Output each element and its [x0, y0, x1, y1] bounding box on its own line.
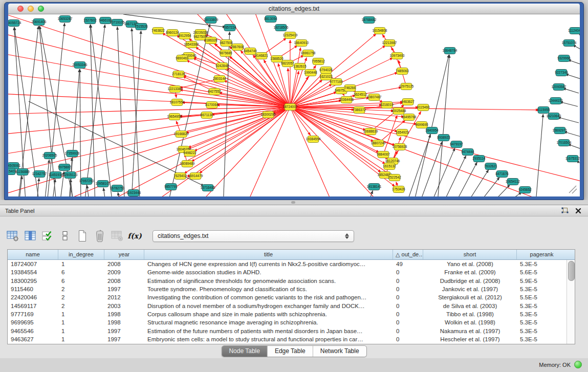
network-node[interactable]: 18107554 — [170, 99, 185, 106]
network-node[interactable]: 1990448 — [304, 70, 317, 76]
network-node[interactable]: 9890461 — [176, 55, 189, 62]
tab-node-table[interactable]: Node Table — [222, 346, 267, 357]
edge[interactable] — [290, 71, 299, 107]
network-node[interactable]: 2522542 — [388, 174, 401, 181]
network-node[interactable]: 16154808 — [373, 28, 387, 34]
edge[interactable] — [199, 107, 290, 173]
network-node[interactable]: 19384554 — [306, 136, 321, 143]
network-node[interactable]: 9146821 — [255, 53, 268, 59]
network-node[interactable]: 6822057 — [281, 60, 294, 67]
table-row[interactable]: 1456911722003Disruption of a novel membe… — [8, 301, 575, 310]
edge[interactable] — [141, 107, 290, 196]
network-node[interactable]: 14138141 — [367, 184, 382, 190]
network-node[interactable]: 9329966 — [557, 55, 571, 62]
edge[interactable] — [565, 74, 580, 79]
edge[interactable] — [535, 114, 543, 196]
column-header-title[interactable]: title — [144, 250, 393, 259]
network-node[interactable]: 16033809 — [204, 17, 219, 24]
edge[interactable] — [8, 32, 290, 107]
network-node[interactable]: 8170064 — [205, 102, 219, 108]
network-node[interactable]: 6216019 — [380, 102, 394, 108]
column-visibility-icon[interactable] — [23, 229, 38, 243]
network-canvas[interactable]: 1405572420691406106532871527602946616010… — [8, 14, 580, 196]
edge[interactable] — [103, 188, 106, 196]
network-node[interactable]: 20206505 — [42, 152, 57, 159]
network-node[interactable]: 12325419 — [283, 32, 298, 39]
network-node[interactable]: 10973493 — [390, 53, 405, 59]
edge[interactable] — [290, 107, 580, 183]
network-node[interactable]: 8186328 — [204, 37, 217, 44]
network-node[interactable]: 746266 — [344, 85, 356, 92]
network-node[interactable]: 8960124 — [166, 30, 179, 36]
network-node[interactable]: 9975887 — [58, 164, 71, 171]
edge[interactable] — [186, 60, 290, 107]
edge[interactable] — [71, 179, 74, 196]
network-node[interactable]: 17016504 — [557, 140, 572, 146]
edge[interactable] — [80, 69, 81, 196]
network-node[interactable]: 1654923 — [396, 129, 409, 136]
network-node[interactable]: 16495768 — [402, 114, 417, 121]
edge[interactable] — [429, 148, 455, 196]
network-node[interactable]: 1527602 — [83, 17, 97, 24]
network-node[interactable]: 10807487 — [367, 94, 382, 101]
network-node[interactable]: 12093587 — [552, 84, 567, 91]
panel-splitter[interactable] — [0, 200, 588, 205]
network-node[interactable]: 9498222 — [183, 150, 197, 157]
network-node[interactable]: 16961758 — [301, 50, 316, 57]
network-node[interactable]: 16648784 — [443, 48, 458, 54]
network-node[interactable]: 10756928 — [393, 144, 407, 150]
edge[interactable] — [290, 107, 385, 164]
edge[interactable] — [464, 170, 489, 196]
network-node[interactable]: 10719105 — [110, 19, 125, 26]
network-node[interactable]: 7625402 — [173, 173, 187, 180]
network-node[interactable]: 10654112 — [506, 179, 520, 185]
edge[interactable] — [290, 107, 571, 196]
edge[interactable] — [244, 107, 290, 196]
network-node[interactable]: 18807249 — [371, 140, 386, 147]
network-node[interactable]: 3624512 — [354, 92, 367, 98]
network-node[interactable]: 17359928 — [65, 150, 80, 157]
edge[interactable] — [8, 107, 290, 155]
edge[interactable] — [84, 25, 105, 196]
network-node[interactable]: 9115460 — [417, 104, 430, 111]
edge[interactable] — [90, 25, 95, 196]
network-node[interactable]: 8471676 — [495, 171, 509, 178]
network-node[interactable]: 3915401 — [8, 168, 16, 175]
network-node[interactable]: 12975125 — [399, 83, 414, 90]
network-node[interactable]: 16782753 — [110, 185, 125, 192]
network-node[interactable]: 9242848 — [215, 63, 229, 70]
column-header-pagerank[interactable]: pagerank — [517, 250, 567, 259]
edge[interactable] — [452, 162, 477, 196]
table-row[interactable]: 2242004622012Investigating the contribut… — [8, 293, 575, 301]
network-node[interactable]: 18640910 — [294, 40, 309, 47]
network-node[interactable]: 15692971 — [553, 127, 568, 134]
tab-network-table[interactable]: Network Table — [313, 346, 366, 357]
edge[interactable] — [563, 88, 579, 93]
network-node[interactable]: 7857224 — [223, 25, 236, 31]
table-row[interactable]: 969969511998Structural magnetic resonanc… — [8, 318, 575, 326]
delete-column-icon[interactable] — [92, 229, 107, 243]
table-row[interactable]: 946554611997Estimation of the future num… — [8, 326, 575, 335]
network-node[interactable]: 6479197 — [450, 141, 463, 148]
row-height-icon[interactable] — [57, 229, 73, 243]
network-node[interactable]: 9884067 — [377, 151, 390, 158]
network-node[interactable]: 11675312 — [565, 156, 580, 162]
network-node[interactable]: 12505123 — [63, 172, 78, 179]
network-node[interactable]: 18300295 — [261, 112, 276, 118]
network-node[interactable]: 10958107 — [96, 181, 111, 187]
network-node[interactable]: 8671130 — [201, 112, 213, 119]
window-titlebar[interactable]: citations_edges.txt — [8, 4, 580, 14]
splitter-grip-icon[interactable] — [291, 201, 295, 204]
network-node[interactable]: 18768482 — [362, 17, 377, 24]
network-node[interactable]: 18724007 — [283, 104, 298, 111]
column-header-name[interactable]: name — [8, 250, 58, 259]
network-node[interactable]: 7386372 — [353, 107, 366, 114]
network-node[interactable]: 7515526 — [135, 24, 148, 30]
edge[interactable] — [564, 132, 580, 137]
edge[interactable] — [487, 185, 510, 196]
table-row[interactable]: 977716911998Corpus callosum shape and si… — [8, 310, 575, 318]
network-node[interactable]: 9875685 — [219, 50, 232, 57]
network-node[interactable]: 12342757 — [32, 171, 47, 178]
network-node[interactable]: 16914479 — [188, 173, 203, 180]
float-window-icon[interactable] — [560, 207, 570, 215]
